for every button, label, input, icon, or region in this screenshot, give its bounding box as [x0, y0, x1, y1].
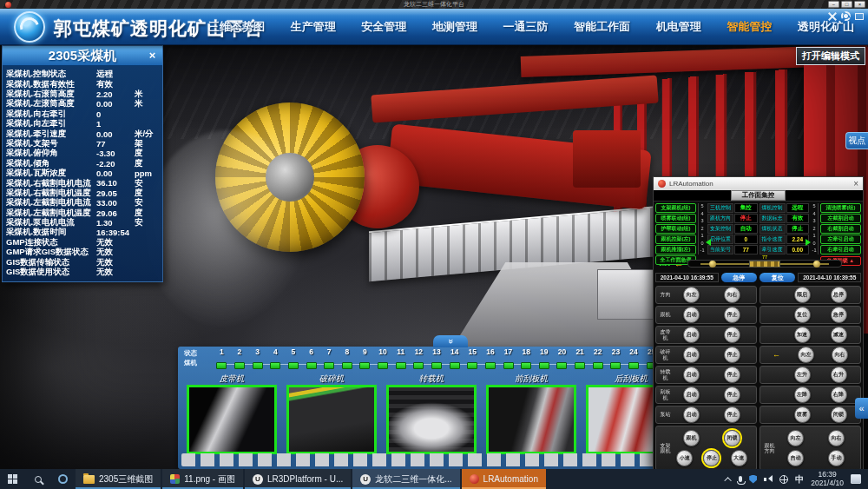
round-button[interactable]: 启动 [683, 406, 700, 423]
panel-close-icon[interactable]: × [146, 49, 159, 63]
camera-feed[interactable]: 转载机 [386, 372, 477, 459]
round-button[interactable]: 左降 [794, 387, 811, 403]
support-indicator[interactable]: 4 [266, 347, 285, 370]
round-button[interactable]: 喷雾 [794, 406, 811, 423]
reset-pill-button[interactable]: 复位 [760, 273, 795, 282]
support-indicator[interactable]: 9 [356, 347, 374, 370]
round-button[interactable]: 向左 [798, 347, 814, 363]
tools-icon[interactable] [828, 12, 837, 21]
support-indicator[interactable]: 5 [285, 347, 303, 370]
tray-expand-icon[interactable] [725, 477, 732, 484]
camera-feed[interactable]: 破碎机 [286, 372, 377, 459]
support-indicator[interactable]: 19 [536, 347, 554, 370]
round-button[interactable]: 大速 [731, 450, 747, 466]
microphone-icon[interactable] [739, 476, 742, 482]
support-indicator[interactable]: 6 [302, 347, 320, 370]
round-button[interactable]: 总停 [831, 287, 847, 303]
command-button[interactable]: 护帮联动(组) [655, 224, 696, 234]
support-indicator[interactable]: 11 [391, 347, 410, 370]
round-button[interactable]: 向左 [787, 430, 804, 446]
menu-item[interactable]: 安全管理 [361, 19, 406, 35]
close-button[interactable]: × [854, 1, 865, 8]
round-button[interactable]: 加速 [794, 327, 811, 343]
taskbar-item-platform-active[interactable]: U 龙软二三维一体化... [352, 469, 459, 489]
round-button[interactable]: 启动 [683, 387, 700, 403]
maximize-button[interactable]: □ [841, 1, 852, 8]
round-button[interactable]: 启动 [683, 307, 700, 323]
viewpoint-tab[interactable]: 视点 [845, 132, 868, 149]
round-button[interactable]: 急停 [831, 307, 847, 323]
support-indicator[interactable]: 12 [410, 347, 428, 370]
camera-feed[interactable]: 前刮板机 [486, 372, 576, 459]
round-button[interactable]: 右升 [831, 367, 847, 383]
support-indicator[interactable]: 20 [553, 347, 571, 370]
estop-pill-button[interactable]: 急停 [721, 273, 757, 282]
lr-close-icon[interactable]: × [853, 180, 858, 188]
workface-control-tab[interactable]: 工作面集控 [731, 190, 786, 201]
round-button[interactable]: 启动 [683, 347, 700, 363]
round-button-selected[interactable]: 闭锁 [724, 430, 740, 446]
round-button[interactable]: 手动 [828, 450, 845, 466]
round-button[interactable]: 右降 [831, 387, 847, 403]
command-button[interactable]: 右牵引启动 [820, 245, 861, 254]
round-button[interactable]: 停止 [724, 347, 740, 363]
support-indicator[interactable]: 1 [213, 347, 231, 370]
gear-icon[interactable] [841, 11, 851, 21]
start-button[interactable] [0, 469, 25, 489]
round-button[interactable]: 跟机 [683, 430, 700, 446]
camera-image[interactable] [187, 385, 277, 454]
menu-item[interactable]: 生产管理 [291, 19, 336, 35]
command-button[interactable]: 清洗喷雾(组) [820, 203, 861, 213]
round-button[interactable]: 顺启 [794, 287, 811, 303]
round-button-selected[interactable]: 停止 [703, 450, 720, 466]
taskbar-item-lrautomation[interactable]: LRAutomation [462, 469, 546, 489]
round-button[interactable]: 停止 [724, 367, 740, 383]
round-button[interactable]: 向左 [683, 287, 700, 303]
support-indicator[interactable]: 15 [464, 347, 482, 370]
menu-item[interactable]: 一通三防 [503, 19, 549, 35]
support-indicator[interactable]: 8 [338, 347, 356, 370]
command-button[interactable]: 右截割启动 [820, 224, 861, 234]
menu-item[interactable]: 机电管理 [656, 19, 701, 35]
camera-image[interactable] [386, 385, 477, 454]
round-button[interactable]: 停止 [724, 387, 740, 403]
taskbar-item-paint[interactable]: 11.png - 画图 [162, 469, 243, 489]
command-button[interactable]: 左截割启动 [820, 214, 861, 223]
frame-filmstrip[interactable] [181, 453, 661, 466]
round-button[interactable]: 向右 [828, 430, 845, 446]
security-shield-icon[interactable] [749, 475, 757, 484]
support-indicator[interactable]: 3 [248, 347, 266, 370]
support-indicator[interactable]: 14 [445, 347, 464, 370]
round-button[interactable]: 自动 [787, 450, 804, 466]
command-button[interactable]: 跟机拉架(左) [655, 235, 696, 244]
support-indicator[interactable]: 21 [571, 347, 589, 370]
minimize-button[interactable]: − [828, 1, 839, 8]
gauge-track[interactable]: 77 [687, 260, 843, 268]
menu-item[interactable]: 透明化矿山 [798, 19, 854, 35]
taskbar-item-folder[interactable]: 2305三维截图 [76, 469, 161, 489]
round-button[interactable]: 停止 [724, 406, 740, 423]
command-button[interactable]: 跟机推溜(左) [655, 245, 696, 254]
support-indicator[interactable]: 10 [374, 347, 392, 370]
round-button[interactable]: 停止 [724, 327, 740, 343]
network-globe-icon[interactable] [779, 475, 788, 484]
open-edit-mode-button[interactable]: 打开编辑模式 [796, 47, 865, 65]
restore-window-icon[interactable] [855, 13, 864, 20]
cortana-button[interactable] [50, 469, 76, 489]
camera-image[interactable] [486, 385, 576, 454]
menu-item[interactable]: 智能工作面 [574, 19, 630, 35]
command-button[interactable]: 支架跟机(组) [655, 203, 696, 213]
camera-image[interactable] [286, 385, 377, 454]
support-indicator[interactable]: 22 [589, 347, 607, 370]
menu-item[interactable]: 地测管理 [432, 19, 477, 35]
collapse-right-panel-button[interactable]: « [855, 398, 868, 419]
round-button[interactable]: 启动 [683, 327, 700, 343]
command-button[interactable]: 喷雾联动(组) [655, 214, 696, 223]
menu-item[interactable]: 智能管控 [727, 19, 772, 35]
round-button[interactable]: 启动 [683, 367, 700, 383]
menu-item[interactable]: 三维态势图 [208, 19, 265, 35]
round-button[interactable]: 向右 [832, 347, 848, 363]
support-indicator[interactable]: 16 [482, 347, 500, 370]
support-indicator[interactable]: 23 [607, 347, 625, 370]
support-indicator[interactable]: 24 [625, 347, 643, 370]
